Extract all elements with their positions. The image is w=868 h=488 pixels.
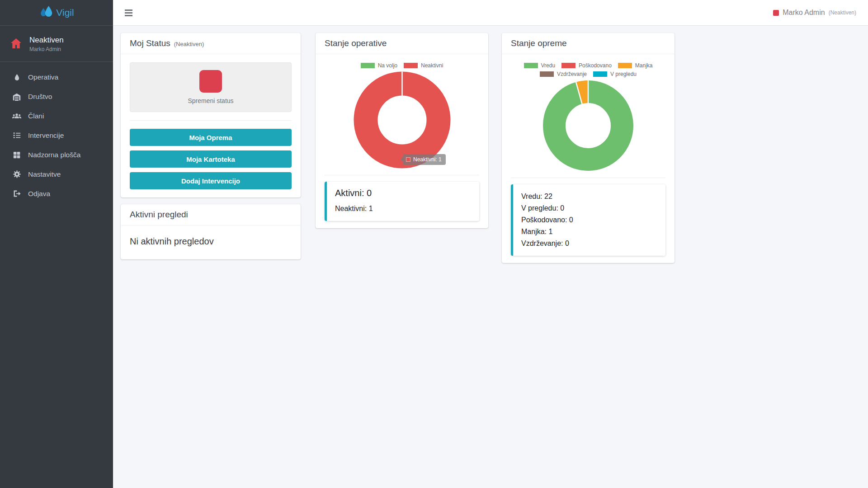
card-aktivni-pregledi-header: Aktivni pregledi xyxy=(121,204,301,225)
grid-icon xyxy=(12,151,22,159)
opreme-stats-box: Vredu: 22 V pregledu: 0 Poškodovano: 0 M… xyxy=(511,184,665,256)
flame-icon xyxy=(12,73,22,82)
legend-swatch xyxy=(618,63,632,68)
moja-oprema-button[interactable]: Moja Oprema xyxy=(130,129,292,146)
sidebar-item-label: Intervencije xyxy=(28,131,64,140)
stat-manjka: Manjka: 1 xyxy=(521,226,657,238)
topbar: Marko Admin (Neaktiven) xyxy=(113,0,868,26)
card-moj-status: Moj Status (Neaktiven) Spremeni status M… xyxy=(121,33,301,197)
legend-item-na-voljo[interactable]: Na voljo xyxy=(361,62,397,69)
divider xyxy=(325,175,479,175)
stat-aktivni: Aktivni: 0 xyxy=(335,188,471,198)
sidebar-user-name: Marko Admin xyxy=(29,46,64,52)
legend-item-manjka[interactable]: Manjka xyxy=(618,62,653,69)
home-icon xyxy=(10,38,22,51)
opreme-donut-chart[interactable] xyxy=(511,80,665,171)
current-status-square-icon xyxy=(199,70,222,93)
legend-swatch xyxy=(593,71,607,77)
content: Moj Status (Neaktiven) Spremeni status M… xyxy=(113,26,868,270)
topbar-user-menu[interactable]: Marko Admin (Neaktiven) xyxy=(773,9,856,17)
operative-donut-chart[interactable]: Neaktivni: 1 xyxy=(325,71,479,169)
moja-kartoteka-button[interactable]: Moja Kartoteka xyxy=(130,150,292,168)
logo-drops-icon xyxy=(39,5,54,20)
legend-swatch xyxy=(404,63,418,68)
logo[interactable]: Vigil xyxy=(0,0,113,26)
change-status-label: Spremeni status xyxy=(188,97,233,104)
no-active-reviews-text: Ni aktivnih pregledov xyxy=(130,234,292,251)
sidebar-item-nadzorna-plosca[interactable]: Nadzorna plošča xyxy=(0,145,113,164)
operative-stats-box: Aktivni: 0 Neaktivni: 1 xyxy=(325,182,479,221)
card-stanje-opreme: Stanje opreme Vredu Poškodovano xyxy=(502,33,675,263)
sidebar-item-label: Nadzorna plošča xyxy=(28,151,80,159)
users-icon xyxy=(12,112,22,120)
sidebar-user-status: Neaktiven xyxy=(29,36,64,45)
sidebar-user-panel[interactable]: Neaktiven Marko Admin xyxy=(0,26,113,62)
card-title: Moj Status xyxy=(130,38,170,48)
sidebar-item-clani[interactable]: Člani xyxy=(0,106,113,126)
legend-swatch xyxy=(540,71,554,77)
sidebar-item-label: Operativa xyxy=(28,73,58,81)
sidebar-item-nastavitve[interactable]: Nastavitve xyxy=(0,164,113,184)
sidebar: Vigil Neaktiven Marko Admin Operativa xyxy=(0,0,113,488)
sidebar-item-drustvo[interactable]: Društvo xyxy=(0,87,113,106)
card-title: Stanje operative xyxy=(325,38,387,48)
card-stanje-operative-header: Stanje operative xyxy=(316,33,488,54)
sidebar-item-operativa[interactable]: Operativa xyxy=(0,67,113,87)
sidebar-item-label: Nastavitve xyxy=(28,170,61,178)
change-status-box[interactable]: Spremeni status xyxy=(130,62,292,112)
card-aktivni-pregledi: Aktivni pregledi Ni aktivnih pregledov xyxy=(121,204,301,259)
legend-item-vzdrzevanje[interactable]: Vzdrževanje xyxy=(540,71,587,77)
gear-icon xyxy=(12,170,22,178)
dodaj-intervencijo-button[interactable]: Dodaj Intervencijo xyxy=(130,172,292,189)
stat-vzdrzevanje: Vzdrževanje: 0 xyxy=(521,238,657,249)
app-root: Vigil Neaktiven Marko Admin Operativa xyxy=(0,0,868,488)
main-area: Marko Admin (Neaktiven) Moj Status (Neak… xyxy=(113,0,868,488)
sidebar-item-odjava[interactable]: Odjava xyxy=(0,184,113,203)
topbar-user-name: Marko Admin xyxy=(783,9,825,17)
card-status-subtitle: (Neaktiven) xyxy=(174,41,204,47)
sidebar-item-label: Člani xyxy=(28,112,44,120)
chart-legend: Vredu Poškodovano Manjka xyxy=(514,62,663,77)
legend-item-neaktivni[interactable]: Neaktivni xyxy=(404,62,443,69)
chart-tooltip: Neaktivni: 1 xyxy=(403,154,446,165)
tooltip-swatch xyxy=(406,157,410,162)
legend-swatch xyxy=(561,63,576,68)
logo-text: Vigil xyxy=(56,7,74,18)
card-moj-status-header: Moj Status (Neaktiven) xyxy=(121,33,301,54)
card-stanje-operative: Stanje operative Na voljo Neaktivni xyxy=(316,33,488,228)
stat-poskodovano: Poškodovano: 0 xyxy=(521,214,657,226)
stat-vredu: Vredu: 22 xyxy=(521,191,657,202)
user-status-square-icon xyxy=(773,10,779,16)
sidebar-item-label: Društvo xyxy=(28,93,52,101)
warehouse-icon xyxy=(12,93,22,101)
stat-v-pregledu: V pregledu: 0 xyxy=(521,202,657,214)
stat-neaktivni: Neaktivni: 1 xyxy=(335,203,471,215)
legend-item-v-pregledu[interactable]: V pregledu xyxy=(593,71,637,77)
chart-legend: Na voljo Neaktivni xyxy=(325,62,479,69)
legend-item-vredu[interactable]: Vredu xyxy=(524,62,556,69)
card-stanje-opreme-header: Stanje opreme xyxy=(502,33,675,54)
card-title: Aktivni pregledi xyxy=(130,210,188,220)
legend-item-poskodovano[interactable]: Poškodovano xyxy=(561,62,612,69)
logout-icon xyxy=(12,190,22,197)
hamburger-icon[interactable] xyxy=(123,7,134,19)
sidebar-item-intervencije[interactable]: Intervencije xyxy=(0,126,113,145)
list-icon xyxy=(12,131,22,139)
topbar-user-status: (Neaktiven) xyxy=(829,9,856,16)
card-title: Stanje opreme xyxy=(511,38,567,48)
divider xyxy=(130,120,292,121)
legend-swatch xyxy=(361,63,375,68)
sidebar-nav: Operativa Društvo xyxy=(0,62,113,209)
divider xyxy=(511,178,665,178)
sidebar-item-label: Odjava xyxy=(28,190,50,198)
legend-swatch xyxy=(524,63,538,68)
